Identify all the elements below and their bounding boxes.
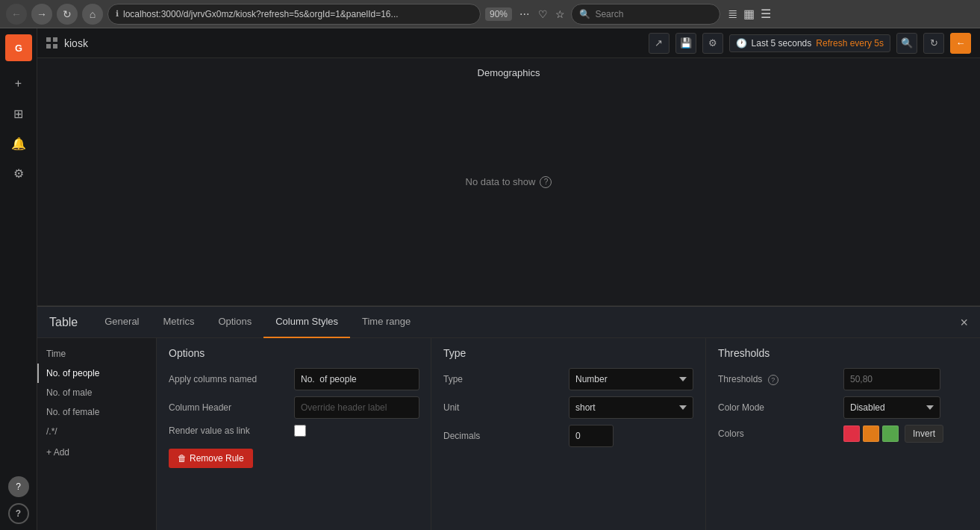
color-green[interactable] [882, 425, 899, 442]
rule-item-time[interactable]: Time [37, 344, 156, 364]
no-data-text: No data to show [466, 176, 536, 187]
thresholds-section: Thresholds Thresholds ? Color Mode Dis [706, 338, 980, 530]
column-header-label: Column Header [169, 402, 288, 413]
dashboard-title: kiosk [64, 37, 643, 49]
help-button[interactable]: ? [8, 503, 29, 524]
plus-icon: + [15, 77, 22, 90]
menu-icon[interactable]: ☰ [761, 7, 771, 21]
save-icon: 💾 [680, 37, 692, 49]
tab-time-range[interactable]: Time range [350, 307, 422, 338]
type-select[interactable]: Number String Date Hidden [569, 368, 693, 390]
decimals-input[interactable] [569, 425, 614, 447]
add-rule-button[interactable]: + Add [37, 441, 156, 464]
type-section: Type Type Number String Date Hidden Un [431, 338, 706, 530]
thresholds-input[interactable] [843, 368, 940, 390]
settings-icon: ⚙ [708, 37, 717, 49]
color-red[interactable] [843, 425, 860, 442]
refresh-button[interactable]: ↻ [923, 33, 944, 54]
clock-icon: 🕐 [736, 38, 747, 49]
reload-button[interactable]: ↻ [57, 4, 78, 25]
zoom-level[interactable]: 90% [485, 7, 512, 21]
save-button[interactable]: 💾 [675, 33, 696, 54]
home-button[interactable]: ⌂ [82, 4, 103, 25]
column-header-input[interactable] [294, 396, 419, 419]
unit-label: Unit [443, 402, 563, 413]
tab-metrics[interactable]: Metrics [152, 307, 207, 338]
decimals-row: Decimals [443, 425, 693, 447]
sidebar-icon[interactable]: ▦ [743, 7, 755, 21]
search-placeholder: Search [595, 9, 623, 19]
forward-button[interactable]: → [31, 4, 52, 25]
library-icon[interactable]: ≣ [728, 7, 737, 21]
remove-rule-button[interactable]: 🗑 Remove Rule [169, 449, 253, 468]
star-icon[interactable]: ☆ [554, 8, 567, 20]
apply-columns-label: Apply columns named [169, 374, 288, 384]
colors-label: Colors [718, 428, 837, 439]
gear-icon: ⚙ [13, 166, 24, 181]
bell-icon: 🔔 [11, 137, 26, 151]
thresholds-help-icon[interactable]: ? [768, 375, 778, 385]
tab-general[interactable]: General [93, 307, 151, 338]
apply-columns-input[interactable] [294, 368, 419, 390]
back-button[interactable]: ← [6, 4, 27, 25]
tab-options[interactable]: Options [206, 307, 263, 338]
rule-item-no-of-people[interactable]: No. of people [37, 364, 156, 383]
render-link-checkbox[interactable] [294, 425, 306, 437]
back-to-dashboard-button[interactable]: ← [950, 33, 971, 54]
editor-close-button[interactable]: × [960, 316, 968, 329]
app: G + ⊞ 🔔 ⚙ ? ? kiosk ↗ [0, 28, 980, 530]
grafana-logo[interactable]: G [5, 34, 32, 61]
decimals-label: Decimals [443, 431, 563, 441]
refresh-label: Refresh every 5s [816, 38, 884, 49]
column-header-row: Column Header [169, 396, 419, 419]
rule-item-regex[interactable]: /.*/ [37, 422, 156, 441]
panel-title: Demographics [478, 67, 540, 78]
back-icon: ← [956, 37, 966, 49]
type-title: Type [443, 347, 693, 359]
sidebar-item-add[interactable]: + [5, 70, 32, 97]
zoom-button[interactable]: 🔍 [896, 33, 917, 54]
invert-button[interactable]: Invert [905, 425, 943, 443]
sidebar-item-settings[interactable]: ⚙ [5, 160, 32, 187]
apps-icon [46, 37, 58, 49]
type-label: Type [443, 374, 563, 384]
no-data-message: No data to show ? [466, 176, 552, 188]
apply-columns-row: Apply columns named [169, 368, 419, 390]
sidebar-item-alerts[interactable]: 🔔 [5, 130, 32, 157]
share-button[interactable]: ↗ [649, 33, 670, 54]
editor-header: Table General Metrics Options Column Sty… [37, 307, 980, 338]
main-content: kiosk ↗ 💾 ⚙ 🕐 Last 5 seconds Refresh eve… [37, 28, 980, 530]
render-link-row: Render value as link [169, 425, 419, 437]
help-icon: ? [16, 508, 21, 519]
panel-settings-button[interactable]: ⚙ [702, 33, 723, 54]
more-options-button[interactable]: ··· [516, 7, 532, 21]
zoom-icon: 🔍 [901, 37, 913, 49]
chart-panel: Demographics No data to show ? [37, 58, 980, 306]
avatar[interactable]: ? [8, 476, 29, 497]
sidebar-item-dashboards[interactable]: ⊞ [5, 100, 32, 127]
refresh-icon: ↻ [930, 37, 938, 49]
rule-item-no-of-male[interactable]: No. of male [37, 383, 156, 402]
url-bar[interactable]: ℹ localhost:3000/d/jvrvGx0mz/kiosk?refre… [107, 4, 481, 25]
top-header: kiosk ↗ 💾 ⚙ 🕐 Last 5 seconds Refresh eve… [37, 28, 980, 58]
unit-select[interactable]: short none percent bytes [569, 396, 693, 419]
tab-column-styles[interactable]: Column Styles [263, 307, 350, 338]
rule-item-no-of-female[interactable]: No. of female [37, 402, 156, 422]
editor-panel: Table General Metrics Options Column Sty… [37, 306, 980, 530]
time-range-picker[interactable]: 🕐 Last 5 seconds Refresh every 5s [729, 34, 890, 52]
share-icon: ↗ [655, 37, 663, 49]
heart-icon[interactable]: ♡ [537, 8, 549, 20]
trash-icon: 🗑 [178, 453, 187, 464]
color-orange[interactable] [863, 425, 879, 442]
color-mode-select[interactable]: Disabled Cell Row Value [843, 396, 940, 419]
sidebar: G + ⊞ 🔔 ⚙ ? ? [0, 28, 37, 530]
options-section: Options Apply columns named Column Heade… [157, 338, 431, 530]
no-data-help-icon[interactable]: ? [540, 176, 552, 188]
unit-row: Unit short none percent bytes [443, 396, 693, 419]
browser-search-bar[interactable]: 🔍 Search [571, 4, 720, 25]
browser-chrome: ← → ↻ ⌂ ℹ localhost:3000/d/jvrvGx0mz/kio… [0, 0, 980, 28]
url-text: localhost:3000/d/jvrvGx0mz/kiosk?refresh… [123, 9, 399, 19]
grafana-icon: G [10, 40, 27, 56]
browser-right-icons: ≣ ▦ ☰ [728, 7, 771, 21]
color-mode-label: Color Mode [718, 402, 837, 413]
